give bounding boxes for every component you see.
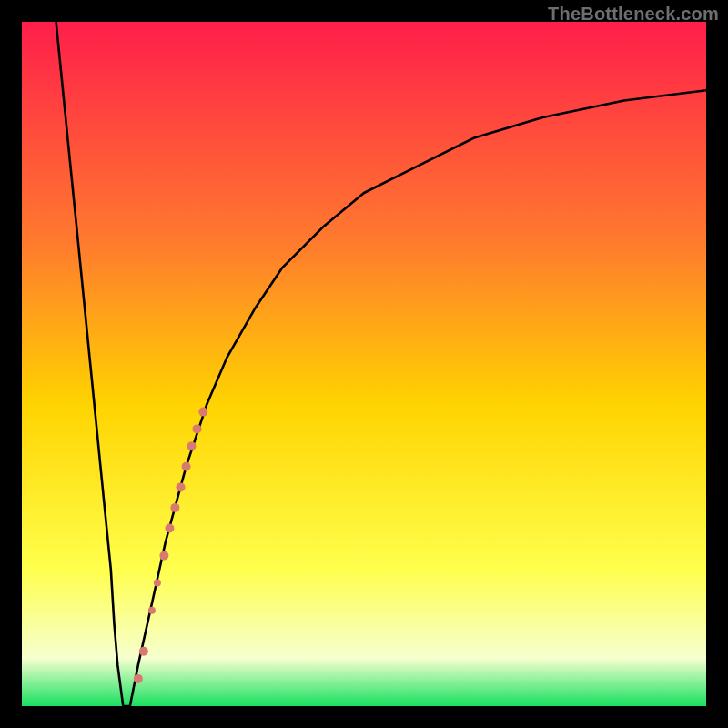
data-point (165, 524, 174, 533)
data-point (193, 424, 202, 433)
bottleneck-curve (56, 22, 706, 706)
data-point (148, 607, 156, 614)
data-point (159, 551, 168, 561)
data-point (177, 482, 186, 491)
data-point (154, 580, 161, 587)
watermark-text: TheBottleneck.com (548, 4, 719, 25)
curve-layer (22, 22, 706, 706)
data-point (139, 647, 148, 656)
plot-area (22, 22, 706, 706)
data-point (187, 441, 197, 450)
chart-frame: TheBottleneck.com (0, 0, 728, 728)
data-point (170, 503, 179, 512)
data-point (182, 462, 191, 471)
data-points (134, 408, 208, 683)
data-point (198, 408, 207, 417)
data-point (134, 674, 143, 683)
